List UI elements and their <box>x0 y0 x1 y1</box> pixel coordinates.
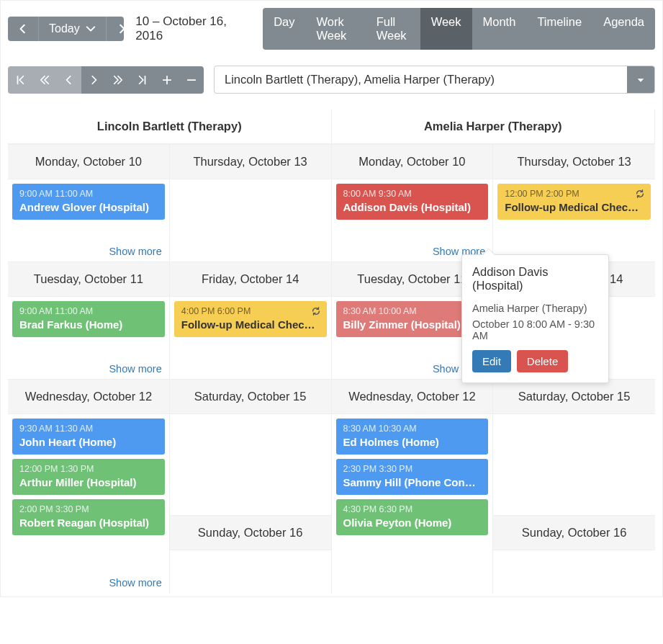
resource-selector-value: Lincoln Bartlett (Therapy), Amelia Harpe… <box>215 66 627 93</box>
show-more-link[interactable]: Show more <box>109 363 161 375</box>
prev-period-button[interactable] <box>8 17 38 41</box>
today-button[interactable]: Today <box>38 17 106 41</box>
appointment[interactable]: 2:00 PM 3:30 PM Robert Reagan (Hospital) <box>12 499 165 535</box>
day-cell[interactable]: 4:00 PM 6:00 PM Follow-up Medical Checku… <box>170 297 331 379</box>
day-header: Wednesday, October 12 <box>332 379 493 414</box>
day-cell[interactable]: 9:30 AM 11:30 AM John Heart (Home) 12:00… <box>8 414 169 593</box>
appointment-title: Ed Holmes (Home) <box>343 436 482 448</box>
appointment[interactable]: 8:30 AM 10:30 AM Ed Holmes (Home) <box>336 419 489 455</box>
appointment-title: Billy Zimmer (Hospital) <box>343 318 482 331</box>
col-p1-b: Thursday, October 13 Friday, October 14 … <box>170 144 332 594</box>
chevron-right-icon <box>89 75 99 85</box>
appointment[interactable]: 2:30 PM 3:30 PM Sammy Hill (Phone Consul… <box>336 459 489 495</box>
appointment-title: Andrew Glover (Hospital) <box>19 201 158 213</box>
day-cell[interactable]: 8:00 AM 9:30 AM Addison Davis (Hospital)… <box>332 179 493 261</box>
view-tab-full-week[interactable]: Full Week <box>366 8 420 50</box>
appointment-time: 8:00 AM 9:30 AM <box>343 189 482 199</box>
delete-button[interactable]: Delete <box>517 350 568 372</box>
chevron-left-icon <box>18 24 28 34</box>
double-chevron-right-icon <box>113 75 123 85</box>
day-cell[interactable] <box>170 414 331 515</box>
view-tab-week[interactable]: Week <box>420 8 472 50</box>
appointment-time: 4:00 PM 6:00 PM <box>181 306 320 316</box>
view-tab-agenda[interactable]: Agenda <box>592 8 655 50</box>
chevron-right-icon <box>117 24 125 34</box>
resource-selector[interactable]: Lincoln Bartlett (Therapy), Amelia Harpe… <box>214 66 655 94</box>
appointment-time: 8:30 AM 10:00 AM <box>343 306 482 316</box>
appointment-time: 8:30 AM 10:30 AM <box>343 424 482 434</box>
day-header: Tuesday, October 11 <box>8 261 169 297</box>
day-header: Monday, October 10 <box>8 144 169 179</box>
appointment-time: 4:30 PM 6:30 PM <box>343 504 482 514</box>
appointment-title: John Heart (Home) <box>19 436 158 448</box>
appointment-time: 9:00 AM 11:00 AM <box>19 189 158 199</box>
first-icon <box>15 75 25 85</box>
tooltip-when: October 10 8:00 AM - 9:30 AM <box>472 318 598 341</box>
show-more-link[interactable]: Show more <box>109 246 161 257</box>
next-period-button[interactable] <box>106 17 125 41</box>
day-cell[interactable]: 9:00 AM 11:00 AM Andrew Glover (Hospital… <box>8 179 169 261</box>
resource-first-button[interactable] <box>8 66 32 94</box>
appointment[interactable]: 4:00 PM 6:00 PM Follow-up Medical Checku… <box>174 301 327 337</box>
resource-back-button[interactable] <box>57 66 81 94</box>
view-tab-day[interactable]: Day <box>263 8 305 50</box>
appointment[interactable]: 9:00 AM 11:00 AM Brad Farkus (Home) <box>12 301 165 337</box>
day-header: Friday, October 14 <box>170 261 331 297</box>
today-label: Today <box>49 22 80 35</box>
recurring-icon <box>311 306 321 319</box>
appointment-time: 12:00 PM 1:30 PM <box>19 464 158 474</box>
appointment-time: 12:00 PM 2:00 PM <box>505 189 644 199</box>
day-cell[interactable]: 12:00 PM 2:00 PM Follow-up Medical Check… <box>493 179 655 261</box>
day-cell[interactable] <box>493 414 655 515</box>
resource-remove-button[interactable] <box>179 66 204 94</box>
resource-selector-dropdown[interactable] <box>627 66 654 93</box>
day-header: Thursday, October 13 <box>170 144 331 179</box>
col-p1-a: Monday, October 10 9:00 AM 11:00 AM Andr… <box>8 144 170 594</box>
view-tab-timeline[interactable]: Timeline <box>526 8 592 50</box>
date-nav-group: Today <box>8 17 124 41</box>
day-header: Monday, October 10 <box>332 144 493 179</box>
resource-forward-button[interactable] <box>81 66 106 94</box>
appointment-title: Arthur Miller (Hospital) <box>19 476 158 488</box>
appointment[interactable]: 9:00 AM 11:00 AM Andrew Glover (Hospital… <box>12 184 165 220</box>
day-header: Wednesday, October 12 <box>8 379 169 414</box>
day-cell[interactable]: 9:00 AM 11:00 AM Brad Farkus (Home) Show… <box>8 297 169 379</box>
chevron-left-icon <box>64 75 74 85</box>
resource-last-button[interactable] <box>130 66 155 94</box>
day-cell[interactable] <box>493 550 655 594</box>
appointment-title: Brad Farkus (Home) <box>19 318 158 331</box>
date-range-label: 10 – October 16, 2016 <box>132 14 245 43</box>
appointment-title: Sammy Hill (Phone Consultat... <box>343 476 482 488</box>
view-tab-work-week[interactable]: Work Week <box>305 8 365 50</box>
appointment-tooltip: Addison Davis (Hospital) Amelia Harper (… <box>461 254 609 383</box>
appointment[interactable]: 8:00 AM 9:30 AM Addison Davis (Hospital) <box>336 184 489 220</box>
plus-icon <box>162 75 172 85</box>
resource-fastback-button[interactable] <box>32 66 57 94</box>
appointment-title: Follow-up Medical Checkup <box>505 201 644 213</box>
day-cell[interactable] <box>170 550 331 594</box>
caret-down-icon <box>636 75 646 85</box>
tooltip-resource: Amelia Harper (Therapy) <box>472 303 598 314</box>
resource-fastforward-button[interactable] <box>106 66 130 94</box>
day-cell[interactable]: 8:30 AM 10:30 AM Ed Holmes (Home) 2:30 P… <box>332 414 493 593</box>
appointment-time: 9:00 AM 11:00 AM <box>19 306 158 316</box>
appointment-title: Follow-up Medical Checkup <box>181 318 320 331</box>
day-cell[interactable] <box>170 179 331 261</box>
day-header: Sunday, October 16 <box>493 515 655 550</box>
appointment-time: 2:30 PM 3:30 PM <box>343 464 482 474</box>
appointment-title: Addison Davis (Hospital) <box>343 201 482 213</box>
edit-button[interactable]: Edit <box>472 350 511 372</box>
day-header: Thursday, October 13 <box>493 144 655 179</box>
appointment[interactable]: 4:30 PM 6:30 PM Olivia Peyton (Home) <box>336 499 489 535</box>
appointment[interactable]: 12:00 PM 2:00 PM Follow-up Medical Check… <box>497 184 651 220</box>
appointment[interactable]: 12:00 PM 1:30 PM Arthur Miller (Hospital… <box>12 459 165 495</box>
top-toolbar: Today 10 – October 16, 2016 Day Work Wee… <box>8 8 655 50</box>
show-more-link[interactable]: Show more <box>109 577 161 589</box>
day-header: Saturday, October 15 <box>493 379 655 414</box>
appointment-title: Olivia Peyton (Home) <box>343 516 482 529</box>
last-icon <box>137 75 148 85</box>
view-tab-month[interactable]: Month <box>472 8 527 50</box>
resource-add-button[interactable] <box>155 66 179 94</box>
view-switcher: Day Work Week Full Week Week Month Timel… <box>263 8 655 50</box>
appointment[interactable]: 9:30 AM 11:30 AM John Heart (Home) <box>12 419 165 455</box>
